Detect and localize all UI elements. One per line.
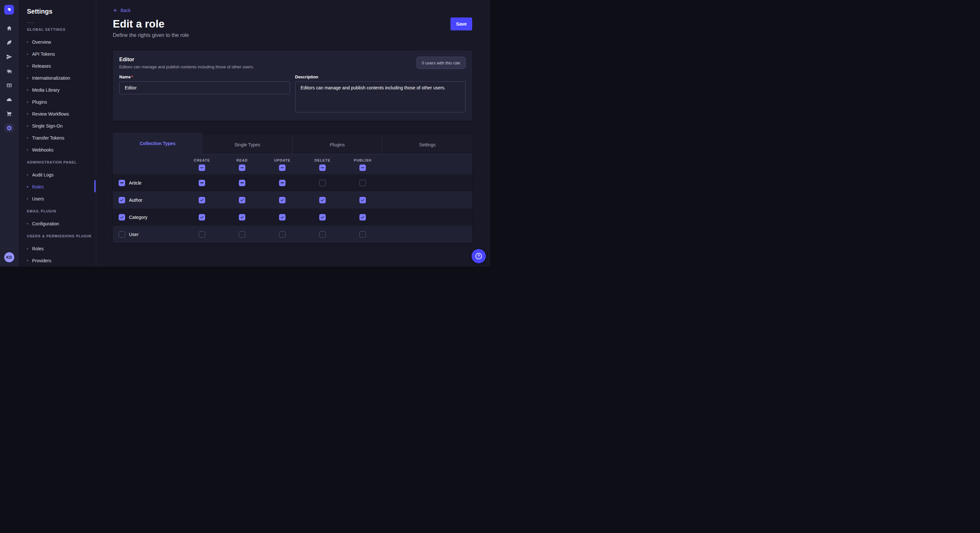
settings-icon[interactable] <box>5 124 14 132</box>
sidebar-item-audit-logs[interactable]: Audit Logs <box>19 169 96 181</box>
sidebar-item-label: Media Library <box>32 87 60 93</box>
tab-collection-types[interactable]: Collection Types <box>113 133 202 154</box>
checkbox-category-all[interactable] <box>119 214 125 220</box>
sidebar-item-roles[interactable]: Roles <box>19 181 96 193</box>
sidebar-header: Settings <box>19 0 96 23</box>
sidebar-item-providers[interactable]: Providers <box>19 254 96 266</box>
save-button[interactable]: Save <box>450 17 472 30</box>
checkbox-article-all[interactable] <box>119 180 125 186</box>
checkbox-category-delete[interactable] <box>319 214 326 220</box>
checkbox-article-create[interactable] <box>199 180 205 186</box>
permission-cell <box>262 180 302 186</box>
tab-plugins[interactable]: Plugins <box>292 135 382 154</box>
role-description-text: Editors can manage and publish contents … <box>119 65 254 69</box>
users-count-button[interactable]: 0 users with this role <box>417 57 466 69</box>
checkbox-user-read[interactable] <box>239 231 245 238</box>
sidebar-item-transfer-tokens[interactable]: Transfer Tokens <box>19 132 96 144</box>
checkbox-all-delete[interactable] <box>319 165 326 171</box>
permissions-table-body: ArticleAuthorCategoryUser <box>113 174 472 243</box>
sidebar-item-api-tokens[interactable]: API Tokens <box>19 48 96 60</box>
checkbox-author-read[interactable] <box>239 197 245 203</box>
checkbox-user-update[interactable] <box>279 231 285 238</box>
name-label: Name* <box>119 75 290 79</box>
checkbox-category-create[interactable] <box>199 214 205 220</box>
media-library-icon[interactable] <box>5 67 14 75</box>
permission-cell <box>262 214 302 220</box>
sidebar-item-review-workflows[interactable]: Review Workflows <box>19 108 96 120</box>
content-manager-icon[interactable] <box>5 81 14 90</box>
sidebar-item-internationalization[interactable]: Internationalization <box>19 72 96 84</box>
sidebar-item-media-library[interactable]: Media Library <box>19 84 96 96</box>
avatar[interactable]: KD <box>4 252 14 262</box>
cloud-icon[interactable] <box>5 95 14 104</box>
checkbox-article-publish[interactable] <box>360 180 366 186</box>
permission-cell <box>342 231 383 238</box>
row-label: Article <box>129 180 142 186</box>
checkbox-article-delete[interactable] <box>319 180 326 186</box>
checkbox-author-update[interactable] <box>279 197 285 203</box>
checkbox-all-read[interactable] <box>239 165 245 171</box>
help-button[interactable]: ? <box>471 249 486 263</box>
tab-settings[interactable]: Settings <box>382 135 472 154</box>
title-divider <box>27 22 35 23</box>
bullet-icon <box>27 198 28 200</box>
checkbox-article-read[interactable] <box>239 180 245 186</box>
page-title: Edit a role <box>113 18 165 30</box>
sidebar-item-roles-2[interactable]: Roles <box>19 243 96 254</box>
checkbox-category-publish[interactable] <box>360 214 366 220</box>
marketplace-icon[interactable] <box>5 109 14 118</box>
role-name-input[interactable] <box>119 81 290 94</box>
checkbox-category-update[interactable] <box>279 214 285 220</box>
sidebar-item-users[interactable]: Users <box>19 193 96 205</box>
permission-cell <box>342 197 383 203</box>
rail-divider <box>3 19 16 20</box>
sidebar-item-label: Roles <box>32 184 44 189</box>
checkbox-all-update[interactable] <box>279 165 285 171</box>
sidebar-item-single-sign-on[interactable]: Single Sign-On <box>19 120 96 132</box>
permissions-table-header: CREATEREADUPDATEDELETEPUBLISH <box>113 154 472 174</box>
checkbox-author-all[interactable] <box>119 197 125 203</box>
column-label: READ <box>237 159 248 162</box>
checkbox-user-all[interactable] <box>119 231 125 238</box>
sidebar-item-webhooks[interactable]: Webhooks <box>19 144 96 156</box>
checkbox-article-update[interactable] <box>279 180 285 186</box>
feather-icon[interactable] <box>5 38 14 47</box>
home-icon[interactable] <box>5 24 14 33</box>
tab-single-types[interactable]: Single Types <box>202 135 292 154</box>
checkbox-user-publish[interactable] <box>360 231 366 238</box>
column-update: UPDATE <box>262 154 302 174</box>
sidebar-scrollbar-thumb[interactable] <box>94 180 95 192</box>
checkbox-author-delete[interactable] <box>319 197 326 203</box>
sidebar-item-label: Configuration <box>32 221 59 226</box>
row-label: Category <box>129 215 148 220</box>
page-subtitle: Define the rights given to the role <box>113 32 472 38</box>
sidebar-item-overview[interactable]: Overview <box>19 36 96 48</box>
checkbox-all-publish[interactable] <box>360 165 366 171</box>
checkbox-author-create[interactable] <box>199 197 205 203</box>
sidebar-item-configuration[interactable]: Configuration <box>19 217 96 230</box>
sidebar-item-list: Configuration <box>19 217 96 230</box>
checkbox-user-create[interactable] <box>199 231 205 238</box>
checkbox-all-create[interactable] <box>199 165 205 171</box>
strapi-logo[interactable] <box>4 5 14 14</box>
header-name-spacer <box>113 154 182 174</box>
role-form-fields: Name* Description Editors can manage and… <box>119 75 466 114</box>
main-content: Back Edit a role Save Define the rights … <box>96 0 490 266</box>
permission-cell <box>222 197 262 203</box>
checkbox-category-read[interactable] <box>239 214 245 220</box>
checkbox-user-delete[interactable] <box>319 231 326 238</box>
sidebar-item-label: Audit Logs <box>32 172 54 178</box>
permissions-table: CREATEREADUPDATEDELETEPUBLISHArticleAuth… <box>113 154 472 243</box>
checkbox-author-publish[interactable] <box>360 197 366 203</box>
send-icon[interactable] <box>5 52 14 61</box>
table-row-article: Article <box>113 174 472 191</box>
role-details-card: Editor Editors can manage and publish co… <box>113 50 472 121</box>
sidebar-item-plugins[interactable]: Plugins <box>19 96 96 108</box>
column-label: DELETE <box>315 159 331 162</box>
sidebar-item-releases[interactable]: Releases <box>19 60 96 72</box>
bullet-icon <box>27 223 28 224</box>
question-mark-icon: ? <box>476 253 482 259</box>
back-link[interactable]: Back <box>113 8 130 13</box>
permission-cell <box>182 214 222 220</box>
role-description-input[interactable]: Editors can manage and publish contents … <box>295 81 466 113</box>
